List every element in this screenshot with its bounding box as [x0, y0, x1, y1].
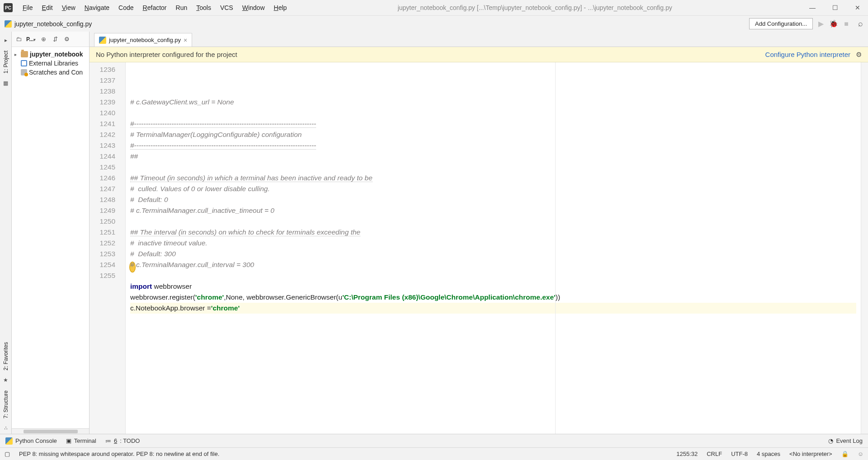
menu-window[interactable]: Window — [238, 4, 269, 11]
favorites-tool-tab[interactable]: 2: Favorites — [3, 340, 9, 372]
python-icon — [5, 437, 13, 445]
status-box-icon[interactable]: ▢ — [5, 451, 10, 457]
menu-bar: PC File Edit View Navigate Code Refactor… — [0, 0, 868, 15]
library-icon — [21, 60, 27, 66]
tree-root-row[interactable]: ▸ jupyter_notebook — [12, 50, 89, 59]
folder-icon: 🗀 — [14, 35, 23, 43]
menu-tools[interactable]: Tools — [192, 4, 216, 11]
editor-tabs: jupyter_notebook_config.py × — [90, 32, 868, 47]
add-configuration-button[interactable]: Add Configuration... — [749, 18, 813, 29]
settings-gear-icon[interactable]: ⚙ — [63, 35, 71, 43]
project-panel: 🗀 P...▾ ⊕ ⇵ ⚙ ▸ jupyter_notebook Externa… — [12, 32, 90, 434]
project-tool-icon[interactable]: ▸ — [2, 37, 9, 44]
todo-tab[interactable]: ≔6: TODO — [105, 437, 140, 444]
debug-icon[interactable]: 🐞 — [829, 19, 838, 28]
python-file-icon — [99, 37, 106, 44]
app-logo: PC — [4, 3, 13, 12]
bottom-tool-bar: Python Console ▣Terminal ≔6: TODO ◔Event… — [0, 434, 868, 447]
expand-icon[interactable]: ▸ — [14, 52, 21, 57]
navigation-bar: jupyter_notebook_config.py Add Configura… — [0, 15, 868, 32]
status-interpreter[interactable]: <No interpreter> — [789, 451, 832, 457]
event-log-icon: ◔ — [828, 437, 833, 444]
menu-edit[interactable]: Edit — [38, 4, 57, 11]
status-message: PEP 8: missing whitespace around operato… — [19, 451, 667, 457]
menu-view[interactable]: View — [57, 4, 80, 11]
todo-icon: ≔ — [105, 437, 111, 444]
window-title: jupyter_notebook_config.py [...\Temp\jup… — [291, 4, 806, 11]
close-button[interactable]: ✕ — [851, 4, 864, 11]
menu-code[interactable]: Code — [114, 4, 138, 11]
tab-close-icon[interactable]: × — [184, 37, 187, 44]
project-tree[interactable]: ▸ jupyter_notebook External Libraries Sc… — [12, 47, 89, 80]
project-toolbar: 🗀 P...▾ ⊕ ⇵ ⚙ — [12, 32, 89, 47]
menu-refactor[interactable]: Refactor — [138, 4, 171, 11]
notification-message: No Python interpreter configured for the… — [96, 51, 237, 58]
python-console-tab[interactable]: Python Console — [5, 437, 57, 445]
code-content[interactable]: # c.GatewayClient.ws_url = None#--------… — [126, 62, 861, 434]
breadcrumb-file: jupyter_notebook_config.py — [14, 20, 92, 28]
terminal-tab[interactable]: ▣Terminal — [66, 437, 96, 444]
editor-tab-active[interactable]: jupyter_notebook_config.py × — [94, 33, 192, 47]
breadcrumb[interactable]: jupyter_notebook_config.py — [5, 20, 749, 28]
interpreter-notification: No Python interpreter configured for the… — [90, 47, 868, 62]
tree-root-label: jupyter_notebook — [30, 51, 83, 58]
left-tool-gutter: ▸ 1: Project ▦ 2: Favorites ★ 7: Structu… — [0, 32, 12, 434]
maximize-button[interactable]: ☐ — [828, 4, 842, 11]
project-struct-icon[interactable]: ▦ — [2, 80, 9, 87]
project-view-combo[interactable]: P...▾ — [26, 36, 36, 42]
tab-label: jupyter_notebook_config.py — [109, 37, 181, 43]
status-line-sep[interactable]: CRLF — [707, 451, 722, 457]
status-bar: ▢ PEP 8: missing whitespace around opera… — [0, 447, 868, 460]
search-icon[interactable]: ⌕ — [854, 19, 863, 28]
project-scroll-thumb[interactable] — [24, 430, 78, 433]
menu-file[interactable]: File — [18, 4, 38, 11]
structure-tool-tab[interactable]: 7: Structure — [3, 389, 9, 420]
line-number-gutter: 1236123712381239124012411242124312441245… — [90, 62, 126, 434]
menu-vcs[interactable]: VCS — [216, 4, 238, 11]
editor-right-stripe[interactable] — [861, 62, 868, 434]
minimize-button[interactable]: — — [806, 4, 819, 11]
tree-external-label: External Libraries — [29, 60, 78, 67]
tree-external-row[interactable]: External Libraries — [12, 59, 89, 68]
scratches-icon — [21, 69, 27, 75]
event-log-tab[interactable]: ◔Event Log — [828, 437, 863, 444]
status-hector-icon[interactable]: ☺ — [858, 451, 863, 457]
tree-scratches-row[interactable]: Scratches and Con — [12, 68, 89, 77]
menu-run[interactable]: Run — [171, 4, 192, 11]
menu-navigate[interactable]: Navigate — [80, 4, 114, 11]
editor-area: jupyter_notebook_config.py × No Python i… — [90, 32, 868, 434]
stop-icon[interactable]: ■ — [842, 19, 851, 28]
folder-icon — [21, 51, 28, 57]
code-editor[interactable]: 1236123712381239124012411242124312441245… — [90, 62, 868, 434]
collapse-icon[interactable]: ⇵ — [51, 35, 59, 43]
notification-gear-icon[interactable]: ⚙ — [856, 51, 862, 59]
tree-scratches-label: Scratches and Con — [29, 69, 83, 76]
status-encoding[interactable]: UTF-8 — [731, 451, 748, 457]
run-icon[interactable]: ▶ — [816, 19, 826, 28]
menu-help[interactable]: Help — [269, 4, 292, 11]
terminal-icon: ▣ — [66, 437, 71, 444]
favorites-star-icon[interactable]: ★ — [2, 377, 9, 384]
configure-interpreter-link[interactable]: Configure Python interpreter — [765, 51, 850, 58]
python-file-icon — [5, 20, 12, 28]
status-caret-pos[interactable]: 1255:32 — [676, 451, 698, 457]
project-tool-tab[interactable]: 1: Project — [3, 49, 9, 75]
structure-icon[interactable]: ⛬ — [2, 425, 9, 432]
locate-target-icon[interactable]: ⊕ — [39, 35, 47, 43]
window-controls: — ☐ ✕ — [806, 4, 864, 11]
status-lock-icon[interactable]: 🔒 — [841, 451, 849, 457]
status-indent[interactable]: 4 spaces — [757, 451, 780, 457]
